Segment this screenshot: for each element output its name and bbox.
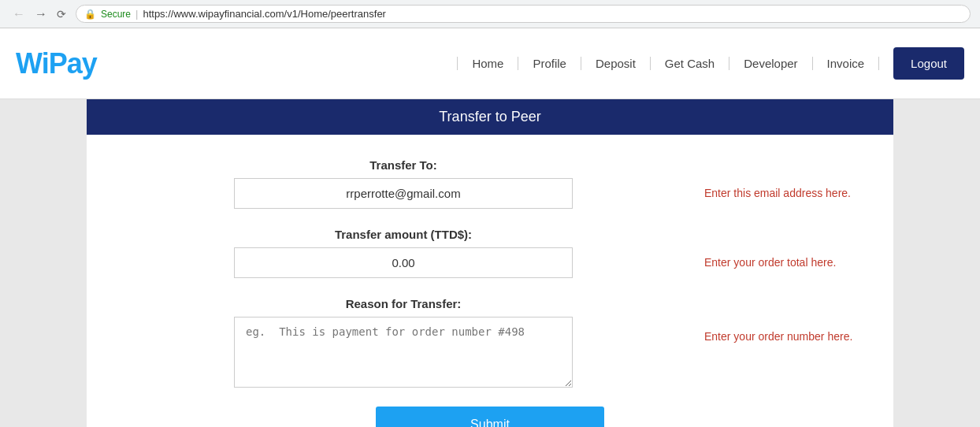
nav-profile[interactable]: Profile	[518, 57, 581, 70]
nav-home[interactable]: Home	[457, 57, 518, 70]
separator: |	[135, 8, 138, 20]
back-button[interactable]: ←	[9, 6, 28, 23]
nav-deposit[interactable]: Deposit	[581, 57, 651, 70]
logo: WiPay	[16, 47, 97, 80]
submit-row: Submit	[118, 407, 862, 427]
logout-button[interactable]: Logout	[893, 47, 964, 80]
reason-left: Reason for Transfer:	[118, 297, 689, 388]
page: WiPay Home Profile Deposit Get Cash Deve…	[0, 28, 980, 427]
transfer-to-row: Transfer To: Enter this email address he…	[118, 158, 862, 209]
reason-label: Reason for Transfer:	[346, 297, 462, 310]
form-container: Transfer To: Enter this email address he…	[87, 135, 893, 427]
amount-row: Transfer amount (TTD$): Enter your order…	[118, 228, 862, 278]
nav-invoice[interactable]: Invoice	[813, 57, 880, 70]
nav-developer[interactable]: Developer	[729, 57, 812, 70]
forward-button[interactable]: →	[32, 6, 50, 23]
amount-hint: Enter your order total here.	[689, 251, 862, 269]
reason-hint: Enter your order number here.	[689, 325, 862, 343]
secure-label: Secure	[101, 9, 131, 20]
transfer-to-left: Transfer To:	[118, 158, 689, 209]
transfer-to-label: Transfer To:	[369, 158, 437, 172]
nav-buttons: ← → ⟳	[9, 6, 69, 23]
lock-icon: 🔒	[84, 9, 96, 20]
reason-row: Reason for Transfer: Enter your order nu…	[118, 297, 862, 388]
nav-links: Home Profile Deposit Get Cash Developer …	[457, 57, 879, 70]
nav-get-cash[interactable]: Get Cash	[651, 57, 729, 70]
browser-chrome: ← → ⟳ 🔒 Secure | https://www.wipayfinanc…	[0, 0, 980, 28]
address-bar[interactable]: 🔒 Secure | https://www.wipayfinancial.co…	[76, 5, 971, 23]
reason-textarea[interactable]	[234, 317, 573, 388]
amount-left: Transfer amount (TTD$):	[118, 228, 689, 278]
content-area: Transfer to Peer Transfer To: Enter this…	[0, 99, 980, 427]
transfer-to-input[interactable]	[234, 178, 573, 209]
url-text: https://www.wipayfinancial.com/v1/Home/p…	[143, 8, 386, 20]
amount-input[interactable]	[234, 247, 573, 278]
section-title: Transfer to Peer	[87, 99, 893, 135]
submit-button[interactable]: Submit	[376, 407, 604, 427]
reload-button[interactable]: ⟳	[54, 6, 69, 22]
transfer-to-hint: Enter this email address here.	[689, 182, 862, 199]
amount-label: Transfer amount (TTD$):	[335, 228, 472, 241]
navbar: WiPay Home Profile Deposit Get Cash Deve…	[0, 28, 980, 99]
